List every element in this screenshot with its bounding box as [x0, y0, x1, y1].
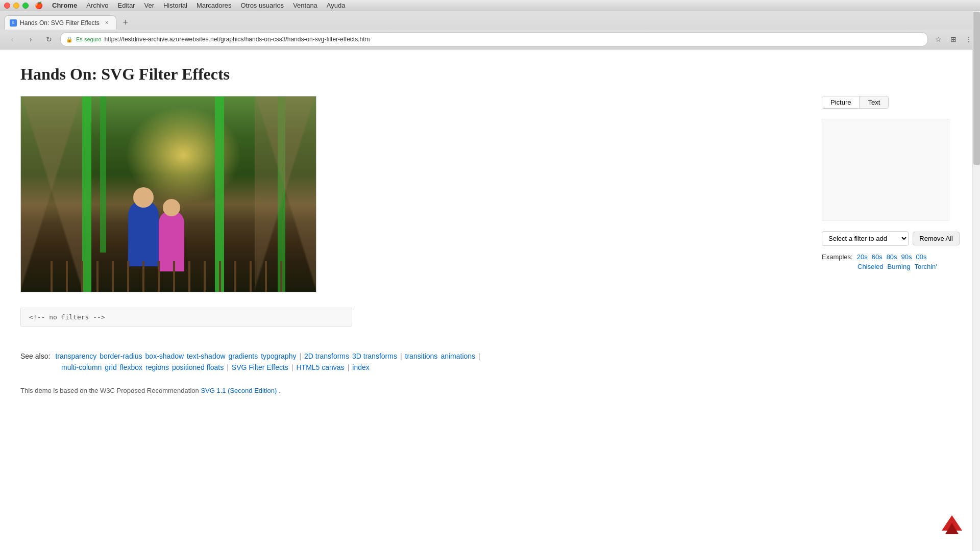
link-regions[interactable]: regions [145, 363, 169, 371]
tab-bar: S Hands On: SVG Filter Effects × + [0, 11, 980, 30]
filter-preview-area [822, 119, 949, 221]
example-link-80s[interactable]: 80s [887, 253, 897, 261]
filter-tabs: Picture Text [822, 96, 889, 109]
link-box-shadow[interactable]: box-shadow [145, 352, 184, 360]
address-bar: ‹ › ↻ 🔒 Es seguro https://testdrive-arch… [0, 30, 980, 49]
see-also-row1: See also: transparency border-radius box… [20, 352, 960, 360]
secure-label: Es seguro [76, 36, 102, 42]
link-transparency[interactable]: transparency [55, 352, 96, 360]
separator6: | [348, 363, 350, 371]
footer-period: . [279, 387, 281, 394]
link-html5-canvas[interactable]: HTML5 canvas [296, 363, 344, 371]
example-link-20s[interactable]: 20s [857, 253, 868, 261]
forward-button[interactable]: › [23, 32, 38, 46]
page-title: Hands On: SVG Filter Effects [20, 65, 960, 84]
tab-close-button[interactable]: × [103, 19, 111, 27]
marcadores-menu-item[interactable]: Marcadores [197, 2, 232, 9]
examples-row2: Chiseled Burning Torchin' [822, 263, 960, 270]
ayuda-menu-item[interactable]: Ayuda [327, 2, 346, 9]
main-layout: <!-- no filters --> Picture Text Select … [20, 96, 960, 327]
link-transitions[interactable]: transitions [405, 352, 438, 360]
apple-menu-icon[interactable]: 🍎 [35, 2, 43, 9]
footer-note: This demo is based on the W3C Proposed R… [20, 387, 960, 394]
historial-menu-item[interactable]: Historial [163, 2, 187, 9]
archivo-menu-item[interactable]: Archivo [86, 2, 108, 9]
example-link-90s[interactable]: 90s [901, 253, 912, 261]
link-grid[interactable]: grid [105, 363, 116, 371]
titlebar-menu: 🍎 Chrome Archivo Editar Ver Historial Ma… [35, 2, 345, 9]
link-animations[interactable]: animations [440, 352, 475, 360]
link-flexbox[interactable]: flexbox [120, 363, 142, 371]
person-blue [128, 200, 159, 266]
link-index[interactable]: index [352, 363, 369, 371]
green-pillar-left2 [100, 96, 106, 253]
maximize-button[interactable] [22, 3, 29, 9]
example-link-torchin[interactable]: Torchin' [914, 263, 937, 270]
bridge-rails [51, 261, 286, 292]
minimize-button[interactable] [13, 3, 19, 9]
tab-picture[interactable]: Picture [822, 96, 860, 108]
left-panel: <!-- no filters --> [20, 96, 806, 327]
scroll-thumb[interactable] [973, 12, 980, 165]
close-button[interactable] [4, 3, 10, 9]
back-button[interactable]: ‹ [5, 32, 19, 46]
see-also-row2: multi-column grid flexbox regions positi… [20, 363, 960, 371]
link-2d-transforms[interactable]: 2D transforms [304, 352, 349, 360]
otros-usuarios-menu-item[interactable]: Otros usuarios [241, 2, 284, 9]
new-tab-button[interactable]: + [118, 15, 133, 30]
link-positioned-floats[interactable]: positioned floats [172, 363, 224, 371]
address-bar-right: ☆ ⊞ ⋮ [932, 33, 975, 45]
see-also: See also: transparency border-radius box… [20, 347, 960, 371]
tab-title: Hands On: SVG Filter Effects [20, 19, 100, 27]
ver-menu-item[interactable]: Ver [144, 2, 154, 9]
code-area: <!-- no filters --> [20, 308, 352, 327]
url-text: https://testdrive-archive.azurewebsites.… [105, 36, 922, 43]
star-icon[interactable]: ☆ [932, 33, 944, 45]
footer-link[interactable]: SVG 1.1 (Second Edition) [201, 387, 277, 394]
example-link-60s[interactable]: 60s [872, 253, 883, 261]
example-link-chiseled[interactable]: Chiseled [857, 263, 884, 270]
link-text-shadow[interactable]: text-shadow [187, 352, 225, 360]
filter-select-dropdown[interactable]: Select a filter to add [822, 231, 909, 246]
active-tab[interactable]: S Hands On: SVG Filter Effects × [4, 15, 116, 30]
code-block: <!-- no filters --> [20, 308, 352, 327]
address-input[interactable]: 🔒 Es seguro https://testdrive-archive.az… [60, 32, 928, 46]
editar-menu-item[interactable]: Editar [117, 2, 135, 9]
traffic-lights[interactable] [4, 3, 29, 9]
examples-label: Examples: [822, 253, 853, 261]
link-border-radius[interactable]: border-radius [100, 352, 142, 360]
example-link-burning[interactable]: Burning [888, 263, 911, 270]
footer-text: This demo is based on the W3C Proposed R… [20, 387, 199, 394]
separator2: | [400, 352, 402, 360]
link-multi-column[interactable]: multi-column [61, 363, 102, 371]
page-content: Hands On: SVG Filter Effects <!-- no fil… [0, 49, 980, 551]
filter-controls: Select a filter to add Remove All Exampl… [822, 231, 960, 270]
filter-select-row: Select a filter to add Remove All [822, 231, 960, 246]
brand-logo[interactable] [939, 513, 965, 536]
scrollbar[interactable] [972, 11, 980, 551]
ventana-menu-item[interactable]: Ventana [293, 2, 317, 9]
link-typography[interactable]: typography [261, 352, 296, 360]
see-also-label: See also: [20, 352, 50, 360]
browser-chrome: S Hands On: SVG Filter Effects × + ‹ › ↻… [0, 11, 980, 49]
titlebar: 🍎 Chrome Archivo Editar Ver Historial Ma… [0, 0, 980, 11]
examples-section: Examples: 20s 60s 80s 90s 00s Chiseled B… [822, 251, 960, 270]
right-panel: Picture Text Select a filter to add Remo… [822, 96, 960, 270]
demo-image [20, 96, 316, 292]
separator4: | [227, 363, 229, 371]
refresh-button[interactable]: ↻ [42, 32, 56, 46]
separator3: | [478, 352, 480, 360]
examples-row1: Examples: 20s 60s 80s 90s 00s [822, 253, 960, 261]
chrome-menu-item[interactable]: Chrome [52, 2, 77, 9]
tab-favicon: S [10, 19, 17, 27]
link-3d-transforms[interactable]: 3D transforms [352, 352, 397, 360]
link-svg-filter-effects[interactable]: SVG Filter Effects [232, 363, 288, 371]
link-gradients[interactable]: gradients [229, 352, 258, 360]
separator1: | [299, 352, 301, 360]
extensions-icon[interactable]: ⊞ [947, 33, 960, 45]
example-link-00s[interactable]: 00s [916, 253, 927, 261]
lock-icon: 🔒 [66, 36, 73, 43]
separator5: | [291, 363, 293, 371]
remove-all-button[interactable]: Remove All [913, 232, 960, 245]
tab-text[interactable]: Text [860, 96, 888, 108]
